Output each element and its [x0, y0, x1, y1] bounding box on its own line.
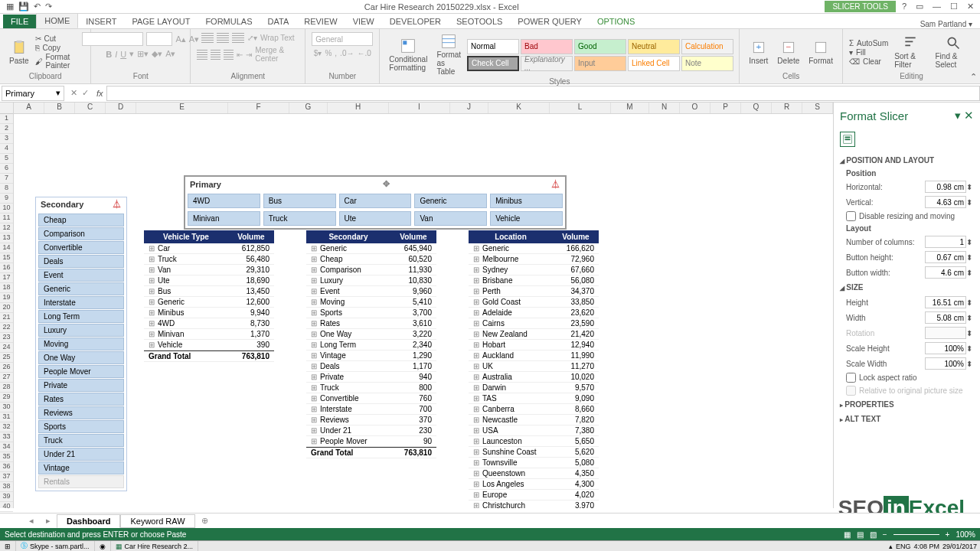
expand-icon[interactable]: ⊞ — [469, 350, 478, 360]
currency-button[interactable]: $▾ — [314, 49, 322, 57]
sheet-nav-next[interactable]: ▸ — [40, 516, 57, 526]
row-header[interactable]: 36 — [0, 462, 13, 472]
spinner-icon[interactable]: ⬍ — [966, 253, 974, 262]
expand-icon[interactable]: ⊞ — [306, 254, 315, 264]
expand-icon[interactable]: ⊞ — [306, 276, 315, 285]
slicer-item[interactable]: Sports — [38, 420, 124, 433]
select-all[interactable] — [0, 103, 13, 114]
scale-width-input[interactable] — [925, 357, 966, 370]
table-row[interactable]: ⊞New Zealand21,420 — [469, 329, 599, 340]
tab-seotools[interactable]: SEOTOOLS — [449, 15, 510, 28]
align-bottom[interactable] — [232, 32, 244, 43]
slicer-item[interactable]: Generic — [414, 194, 487, 208]
paste-button[interactable]: Paste — [6, 38, 32, 67]
expand-icon[interactable]: ⊞ — [469, 458, 478, 468]
table-row[interactable]: ⊞Los Angeles4,300 — [469, 479, 599, 490]
start-button[interactable]: ⊞ — [0, 541, 16, 551]
zoom-slider[interactable] — [893, 534, 939, 535]
section-properties[interactable]: PROPERTIES — [840, 397, 974, 412]
indent-dec[interactable]: ⇤ — [237, 51, 243, 59]
row-header[interactable]: 28 — [0, 383, 13, 393]
tray-lang[interactable]: ENG — [896, 543, 911, 550]
slicer-item[interactable]: Minivan — [188, 211, 260, 226]
slicer-options-tab[interactable] — [840, 132, 855, 147]
row-header[interactable]: 31 — [0, 412, 13, 422]
expand-icon[interactable]: ⊞ — [469, 318, 478, 328]
expand-icon[interactable]: ⊞ — [469, 490, 478, 500]
column-header[interactable]: I — [389, 103, 450, 113]
expand-icon[interactable]: ⊞ — [469, 500, 478, 508]
expand-icon[interactable]: ⊞ — [144, 297, 153, 307]
style-linked-cell[interactable]: Linked Cell — [628, 56, 680, 71]
italic-button[interactable]: I — [115, 50, 117, 59]
row-header[interactable]: 39 — [0, 492, 13, 502]
cancel-icon[interactable]: ✕ — [70, 88, 77, 98]
expand-icon[interactable]: ⊞ — [144, 308, 153, 318]
table-row[interactable]: ⊞Minivan1,370 — [144, 329, 274, 340]
table-row[interactable]: ⊞Van29,310 — [144, 265, 274, 276]
merge-center-button[interactable]: Merge & Center — [255, 46, 299, 63]
table-row[interactable]: ⊞Event9,960 — [306, 286, 436, 297]
delete-cells-button[interactable]: −Delete — [774, 38, 802, 67]
view-normal-icon[interactable]: ▦ — [844, 530, 851, 539]
table-row[interactable]: ⊞Vehicle390 — [144, 340, 274, 350]
slicer-item[interactable]: One Way — [38, 351, 124, 364]
expand-icon[interactable]: ⊞ — [469, 361, 478, 371]
formula-input[interactable] — [106, 86, 980, 101]
row-header[interactable]: 24 — [0, 343, 13, 353]
row-header[interactable]: 40 — [0, 502, 13, 512]
style-note[interactable]: Note — [681, 56, 733, 71]
scale-height-input[interactable] — [925, 342, 966, 354]
horizontal-input[interactable] — [925, 181, 966, 193]
table-row[interactable]: ⊞People Mover90 — [306, 436, 436, 447]
expand-icon[interactable]: ⊞ — [306, 415, 315, 425]
format-as-table-button[interactable]: Format as Table — [433, 32, 464, 77]
row-header[interactable]: 18 — [0, 283, 13, 293]
row-header[interactable]: 11 — [0, 214, 13, 223]
tab-view[interactable]: VIEW — [345, 15, 382, 28]
expand-icon[interactable]: ⊞ — [144, 340, 153, 350]
table-row[interactable]: ⊞Convertible760 — [306, 393, 436, 404]
table-row[interactable]: ⊞Darwin9,570 — [469, 383, 599, 393]
tab-file[interactable]: FILE — [3, 15, 36, 28]
expand-icon[interactable]: ⊞ — [469, 243, 478, 253]
column-header[interactable]: M — [611, 103, 649, 113]
user-name[interactable]: Sam Partland ▾ — [920, 20, 980, 28]
table-row[interactable]: ⊞Brisbane56,080 — [469, 276, 599, 286]
save-icon[interactable]: 💾 — [18, 2, 29, 11]
pivot-secondary[interactable]: SecondaryVolume⊞Generic645,940⊞Cheap60,5… — [306, 230, 436, 458]
spinner-icon[interactable]: ⬍ — [966, 183, 974, 191]
align-right[interactable] — [224, 49, 234, 60]
row-header[interactable]: 3 — [0, 134, 13, 144]
find-select-button[interactable]: Find & Select — [933, 34, 974, 70]
font-size[interactable] — [146, 32, 172, 46]
underline-button[interactable]: U — [120, 50, 126, 59]
zoom-in-icon[interactable]: + — [946, 530, 950, 539]
ribbon-options-icon[interactable]: ▭ — [916, 2, 923, 11]
conditional-formatting-button[interactable]: Conditional Formatting — [386, 37, 430, 73]
column-header[interactable]: S — [802, 103, 833, 113]
expand-icon[interactable]: ⊞ — [306, 404, 315, 414]
move-handle-icon[interactable]: ✥ — [383, 179, 390, 189]
wrap-text-button[interactable]: Wrap Text — [260, 34, 295, 42]
table-row[interactable]: ⊞Vintage1,290 — [306, 350, 436, 361]
clear-filter-icon[interactable]: ⏃ — [113, 200, 122, 209]
orientation-icon[interactable]: ⤢▾ — [247, 34, 257, 42]
disable-resize-checkbox[interactable] — [846, 211, 856, 221]
view-break-icon[interactable]: ▧ — [870, 530, 877, 539]
insert-cells-button[interactable]: +Insert — [746, 38, 771, 67]
slicer-item[interactable]: People Mover — [38, 365, 124, 378]
row-header[interactable]: 6 — [0, 164, 13, 174]
table-row[interactable]: ⊞Adelaide23,620 — [469, 308, 599, 318]
expand-icon[interactable]: ⊞ — [306, 436, 315, 446]
table-row[interactable]: ⊞Rates3,610 — [306, 318, 436, 329]
slicer-item[interactable]: Convertible — [38, 241, 124, 254]
row-header[interactable]: 17 — [0, 273, 13, 283]
row-header[interactable]: 26 — [0, 363, 13, 373]
expand-icon[interactable]: ⊞ — [306, 361, 315, 371]
table-row[interactable]: ⊞TAS9,090 — [469, 393, 599, 404]
autosum-button[interactable]: ΣAutoSum — [849, 39, 888, 47]
indent-inc[interactable]: ⇥ — [246, 51, 252, 59]
tab-home[interactable]: HOME — [36, 13, 78, 28]
column-header[interactable]: L — [550, 103, 611, 113]
